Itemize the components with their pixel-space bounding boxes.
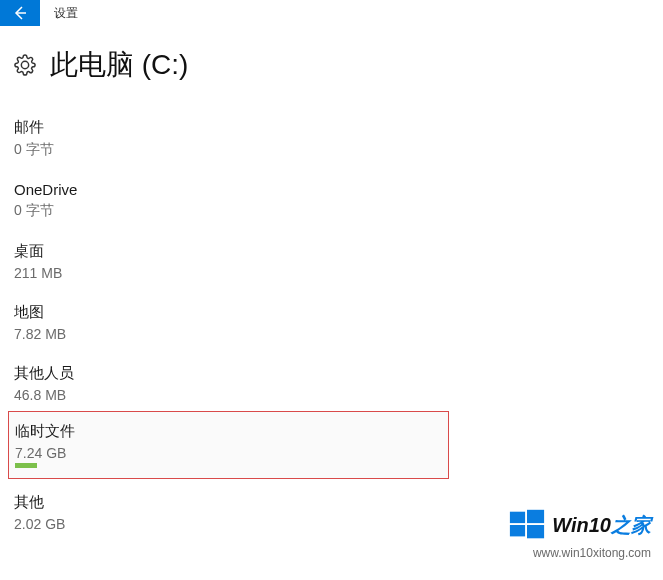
storage-size: 46.8 MB — [14, 387, 649, 403]
storage-item-tempfiles[interactable]: 临时文件 7.24 GB — [8, 411, 449, 479]
storage-label: 临时文件 — [15, 422, 442, 441]
storage-label: 地图 — [14, 303, 649, 322]
windows-logo-icon — [508, 506, 546, 544]
svg-rect-0 — [510, 512, 525, 523]
storage-item-desktop[interactable]: 桌面 211 MB — [14, 228, 649, 289]
watermark-url: www.win10xitong.com — [508, 546, 651, 560]
storage-label: 其他人员 — [14, 364, 649, 383]
watermark-brand-accent: 之家 — [611, 514, 651, 536]
storage-label: 桌面 — [14, 242, 649, 261]
back-button[interactable] — [0, 0, 40, 26]
storage-size: 7.82 MB — [14, 326, 649, 342]
storage-item-otherpeople[interactable]: 其他人员 46.8 MB — [14, 350, 649, 411]
back-arrow-icon — [12, 5, 28, 21]
storage-size: 7.24 GB — [15, 445, 442, 461]
page-header: 此电脑 (C:) — [0, 26, 663, 84]
gear-icon — [14, 54, 36, 76]
topbar: 设置 — [0, 0, 663, 26]
topbar-title: 设置 — [40, 0, 78, 26]
storage-label: OneDrive — [14, 181, 649, 198]
storage-label: 邮件 — [14, 118, 649, 137]
storage-item-maps[interactable]: 地图 7.82 MB — [14, 289, 649, 350]
svg-rect-1 — [527, 510, 544, 523]
svg-rect-3 — [527, 525, 544, 538]
storage-item-onedrive[interactable]: OneDrive 0 字节 — [14, 167, 649, 228]
storage-progress-bar — [15, 463, 37, 468]
watermark-brand-main: Win10 — [552, 514, 611, 536]
page-title: 此电脑 (C:) — [50, 46, 188, 84]
svg-rect-2 — [510, 525, 525, 536]
storage-item-mail[interactable]: 邮件 0 字节 — [14, 104, 649, 167]
storage-size: 0 字节 — [14, 202, 649, 220]
storage-size: 0 字节 — [14, 141, 649, 159]
storage-list: 邮件 0 字节 OneDrive 0 字节 桌面 211 MB 地图 7.82 … — [0, 84, 663, 540]
storage-size: 211 MB — [14, 265, 649, 281]
watermark: Win10之家 www.win10xitong.com — [508, 506, 651, 560]
